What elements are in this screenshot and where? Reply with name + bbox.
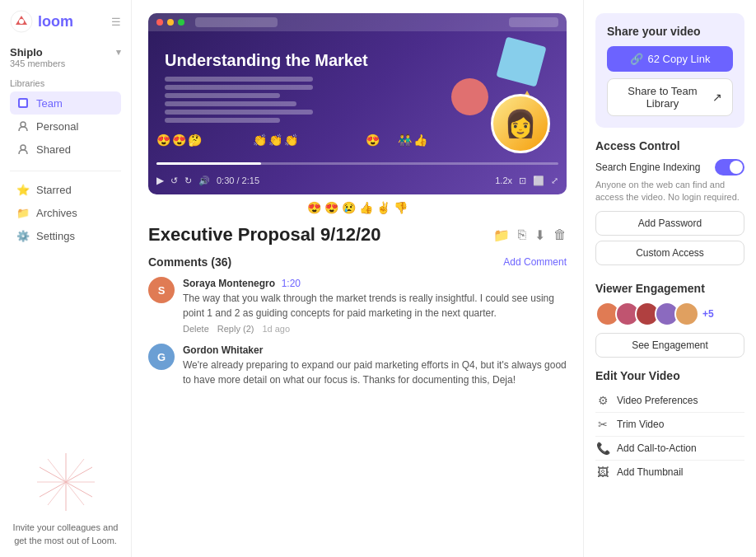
svg-line-17	[48, 482, 66, 505]
sidebar-item-archives-label: Archives	[36, 207, 77, 219]
comment-timestamp-1[interactable]: 1:20	[282, 278, 301, 289]
divider	[10, 171, 121, 171]
workspace-name[interactable]: Shiplo ▾	[10, 46, 121, 59]
shape-square	[496, 36, 546, 87]
download-icon[interactable]: ⬇	[534, 227, 545, 243]
edit-item-cta[interactable]: 📞 Add Call-to-Action	[595, 437, 744, 461]
logo-text: loom	[38, 13, 73, 30]
comment-author-2: Gordon Whitaker	[183, 344, 263, 356]
toggle-desc: Anyone on the web can find and access th…	[595, 179, 744, 204]
add-password-button[interactable]: Add Password	[595, 211, 744, 236]
video-wrapper: Understanding the Market	[132, 0, 583, 194]
video-controls: ▶ ↺ ↻ 🔊 0:30 / 2:15 1.2x ⊡ ⬜ ⤢	[148, 175, 567, 186]
viewer-5	[674, 302, 699, 326]
comment-body-1: Soraya Montenegro 1:20 The way that you …	[183, 277, 567, 334]
play-icon[interactable]: ▶	[156, 175, 164, 186]
forward-icon[interactable]: ↻	[184, 176, 192, 186]
trim-label: Trim Video	[617, 419, 664, 430]
dot-red	[156, 19, 163, 26]
sidebar-item-starred-label: Starred	[36, 184, 72, 196]
search-indexing-toggle[interactable]	[715, 159, 744, 176]
comment-time-1: 1d ago	[262, 324, 290, 334]
line-4	[165, 101, 296, 106]
share-team-button[interactable]: Share to Team Library ↗	[607, 78, 733, 116]
url-bar	[195, 17, 278, 27]
team-icon	[16, 96, 30, 110]
link-icon: 🔗	[630, 53, 643, 65]
sidebar-item-personal[interactable]: Personal	[10, 115, 121, 138]
svg-line-11	[40, 467, 66, 482]
rewind-icon[interactable]: ↺	[170, 176, 178, 186]
edit-section: Edit Your Video ⚙ Video Preferences ✂ Tr…	[595, 369, 744, 484]
comments-title: Comments (36)	[148, 255, 231, 269]
cta-label: Add Call-to-Action	[617, 442, 697, 454]
line-6	[165, 118, 280, 123]
svg-line-13	[48, 459, 66, 482]
volume-icon[interactable]: 🔊	[198, 176, 210, 186]
title-actions: 📁 ⎘ ⬇ 🗑	[493, 227, 567, 243]
right-panel: Share your video 🔗 62 Copy Link Share to…	[583, 0, 756, 557]
viewer-avatars: +5	[595, 302, 744, 326]
line-5	[165, 110, 313, 115]
svg-rect-3	[20, 100, 26, 106]
loom-logo-icon	[10, 10, 33, 33]
browser-buttons	[509, 17, 558, 27]
main-content: Understanding the Market	[132, 0, 583, 557]
reply-button-1[interactable]: Reply (2)	[217, 324, 254, 334]
comment-actions-1: Delete Reply (2) 1d ago	[183, 324, 567, 334]
line-1	[165, 77, 313, 82]
sidebar-toggle-icon[interactable]: ☰	[111, 16, 121, 28]
sidebar-item-settings[interactable]: ⚙️ Settings	[10, 224, 121, 247]
copy-icon[interactable]: ⎘	[518, 227, 526, 242]
video-progress[interactable]	[148, 162, 567, 165]
sidebar-item-shared[interactable]: Shared	[10, 138, 121, 161]
sidebar-footer: Invite your colleagues and get the most …	[0, 439, 131, 557]
share-team-label: Share to Team Library	[618, 85, 707, 110]
edit-item-thumbnail[interactable]: 🖼 Add Thumbnail	[595, 461, 744, 484]
cta-icon: 📞	[595, 442, 610, 455]
video-bottom-reactions: 😍 😍 😢 👍 ✌️ 👎	[132, 194, 583, 218]
copy-link-button[interactable]: 🔗 62 Copy Link	[607, 46, 733, 72]
archive-icon: 📁	[16, 206, 30, 219]
svg-point-5	[21, 145, 26, 150]
preferences-icon: ⚙	[595, 394, 610, 407]
share-icon: ↗	[712, 91, 722, 104]
speed-display[interactable]: 1.2x	[495, 176, 512, 185]
custom-access-button[interactable]: Custom Access	[595, 241, 744, 265]
delete-button-1[interactable]: Delete	[183, 324, 209, 334]
workspace-members: 345 members	[10, 59, 121, 68]
time-display: 0:30 / 2:15	[217, 176, 259, 185]
see-engagement-button[interactable]: See Engagement	[595, 333, 744, 358]
trash-icon[interactable]: 🗑	[553, 227, 567, 242]
sidebar-item-archives[interactable]: 📁 Archives	[10, 201, 121, 224]
fullscreen-icon[interactable]: ⤢	[551, 176, 558, 186]
sidebar-item-team[interactable]: Team	[10, 91, 121, 115]
video-lines	[165, 77, 438, 123]
sidebar-item-settings-label: Settings	[36, 230, 75, 242]
libraries-label: Libraries	[10, 78, 121, 88]
invite-text: Invite your colleagues and get the most …	[10, 522, 121, 547]
progress-bar-bg	[156, 162, 558, 165]
add-comment-button[interactable]: Add Comment	[503, 256, 567, 268]
sidebar-item-starred[interactable]: ⭐ Starred	[10, 178, 121, 201]
video-title: Executive Proposal 9/12/20	[148, 224, 381, 246]
edit-item-preferences[interactable]: ⚙ Video Preferences	[595, 389, 744, 413]
theater-icon[interactable]: ⬜	[533, 176, 544, 186]
edit-item-trim[interactable]: ✂ Trim Video	[595, 413, 744, 437]
toggle-label: Search Engine Indexing	[595, 161, 700, 173]
dot-green	[178, 19, 184, 26]
decoration	[33, 449, 99, 515]
svg-line-12	[66, 459, 84, 482]
svg-point-4	[21, 122, 26, 127]
comment-name-row-2: Gordon Whitaker	[183, 344, 567, 356]
nav-section: ⭐ Starred 📁 Archives ⚙️ Settings	[0, 178, 131, 247]
chevron-down-icon: ▾	[116, 47, 121, 58]
video-player[interactable]: Understanding the Market	[148, 13, 567, 194]
comment-avatar-1: S	[148, 277, 175, 303]
line-3	[165, 93, 280, 98]
video-emoji-overlay: 😍😍🤔 👏👏👏 😍 👬👍	[156, 133, 427, 147]
folder-icon[interactable]: 📁	[493, 227, 510, 243]
svg-line-16	[66, 482, 84, 505]
pip-icon[interactable]: ⊡	[519, 176, 526, 186]
sidebar-item-team-label: Team	[36, 97, 63, 110]
